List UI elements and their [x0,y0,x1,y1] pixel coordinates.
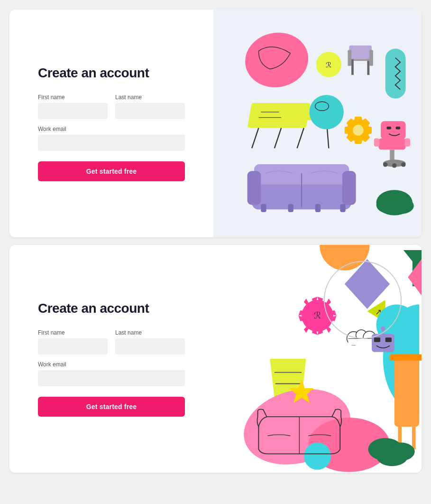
svg-rect-90 [394,354,419,427]
svg-text:ℛ: ℛ [314,310,321,320]
svg-rect-25 [355,139,362,144]
svg-point-96 [304,443,331,470]
svg-line-12 [252,128,258,149]
last-name-group-2: Last name [115,329,185,355]
last-name-input-2[interactable] [115,338,185,355]
svg-rect-91 [390,354,422,360]
svg-rect-10 [248,103,311,128]
svg-rect-46 [261,204,266,212]
svg-point-0 [241,28,312,92]
svg-rect-21 [355,117,362,121]
first-name-label-1: First name [38,94,108,101]
svg-point-37 [392,163,397,168]
svg-rect-27 [345,127,349,134]
svg-point-36 [383,162,388,167]
svg-rect-93 [412,427,416,449]
svg-line-13 [275,128,281,149]
name-row-1: First name Last name [38,94,185,119]
card-2: Create an account First name Last name W… [9,245,422,473]
first-name-group-2: First name [38,329,108,355]
submit-button-2[interactable]: Get started free [38,397,185,417]
svg-rect-5 [367,59,369,75]
svg-rect-82 [385,337,392,342]
svg-point-84 [381,326,385,331]
svg-rect-47 [288,204,293,212]
svg-rect-9 [385,49,406,99]
svg-rect-30 [381,121,405,139]
svg-rect-49 [340,204,345,212]
last-name-input-1[interactable] [115,103,185,119]
email-input-2[interactable] [38,370,185,386]
svg-rect-7 [348,50,351,65]
svg-point-100 [376,446,408,466]
first-name-input-1[interactable] [38,103,108,119]
email-input-1[interactable] [38,135,185,151]
page-title-2: Create an account [38,301,185,316]
illustration-panel-1: ℛ [213,9,422,237]
svg-point-52 [388,198,413,214]
name-row-2: First name Last name [38,329,185,355]
first-name-group-1: First name [38,94,108,119]
page-title-1: Create an account [38,65,185,81]
svg-rect-40 [396,127,401,130]
submit-button-1[interactable]: Get started free [38,161,185,181]
email-label-2: Work email [38,361,185,368]
svg-point-18 [309,95,344,130]
illustration-panel-2: ℛ ↗ [213,245,422,473]
last-name-label-2: Last name [115,329,185,336]
svg-rect-3 [349,46,372,59]
email-group-2: Work email [38,361,185,386]
svg-rect-48 [315,204,321,212]
illustration-1: ℛ [213,9,422,237]
svg-rect-23 [367,127,372,134]
card-1: Create an account First name Last name W… [9,9,422,237]
form-panel-2: Create an account First name Last name W… [9,245,213,473]
last-name-label-1: Last name [115,94,185,101]
last-name-group-1: Last name [115,94,185,119]
svg-rect-81 [374,337,380,342]
svg-rect-6 [354,59,369,61]
svg-rect-43 [248,171,261,205]
form-panel-1: Create an account First name Last name W… [9,9,213,237]
svg-rect-33 [405,138,410,146]
first-name-input-2[interactable] [38,338,108,355]
svg-rect-31 [378,138,405,149]
email-group-1: Work email [38,126,185,151]
svg-rect-8 [369,50,373,65]
svg-rect-32 [374,138,379,146]
illustration-2: ℛ ↗ [213,245,422,473]
svg-rect-39 [387,127,392,130]
first-name-label-2: First name [38,329,108,336]
email-label-1: Work email [38,126,185,132]
svg-rect-4 [351,59,354,75]
svg-text:ℛ: ℛ [326,61,331,69]
svg-rect-78 [348,338,375,345]
svg-rect-44 [342,171,356,205]
svg-line-14 [297,128,304,149]
svg-point-29 [353,125,364,136]
svg-point-38 [401,162,406,167]
